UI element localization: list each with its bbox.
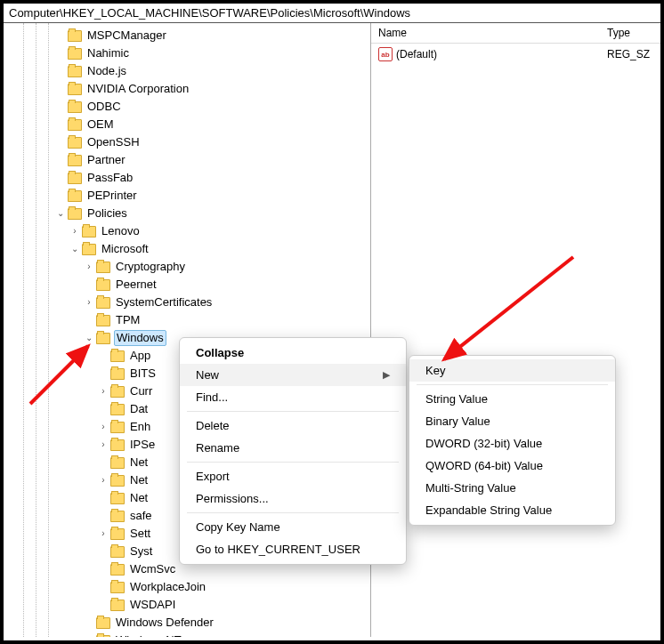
menu-export[interactable]: Export — [180, 465, 406, 487]
folder-icon — [68, 137, 82, 149]
folder-icon — [82, 226, 96, 237]
folder-icon — [110, 422, 125, 433]
tree-label: WorkplaceJoin — [128, 578, 207, 596]
tree-label: Dat — [128, 400, 150, 418]
folder-icon — [68, 84, 82, 95]
tree-node[interactable]: NVIDIA Corporation — [4, 80, 370, 98]
folder-icon — [68, 66, 82, 77]
menu-goto-hkcu[interactable]: Go to HKEY_CURRENT_USER — [180, 538, 406, 560]
value-type: REG_SZ — [607, 48, 660, 60]
submenu-string[interactable]: String Value — [409, 388, 615, 410]
folder-icon — [96, 297, 110, 309]
chevron-right-icon[interactable]: › — [98, 471, 109, 489]
folder-icon — [68, 208, 82, 220]
tree-node[interactable]: ›Lenovo — [4, 222, 370, 240]
submenu-qword[interactable]: QWORD (64-bit) Value — [409, 455, 615, 477]
tree-label: NVIDIA Corporation — [85, 80, 190, 98]
menu-collapse[interactable]: Collapse — [180, 342, 406, 364]
tree-node[interactable]: WSDAPI — [4, 596, 370, 614]
folder-icon — [110, 386, 125, 398]
col-type[interactable]: Type — [607, 27, 660, 39]
menu-copy-key-name[interactable]: Copy Key Name — [180, 516, 406, 538]
tree-node[interactable]: MSPCManager — [4, 27, 370, 44]
tree-node[interactable]: ⌄Policies — [4, 205, 370, 222]
chevron-right-icon[interactable]: › — [69, 222, 80, 240]
submenu-key[interactable]: Key — [409, 359, 615, 382]
tree-label: Curr — [128, 382, 154, 400]
menu-separator — [187, 411, 399, 412]
tree-label: Lenovo — [100, 222, 142, 240]
tree-node[interactable]: WorkplaceJoin — [4, 578, 370, 596]
address-bar[interactable]: Computer\HKEY_LOCAL_MACHINE\SOFTWARE\Pol… — [4, 4, 660, 23]
submenu-expstring[interactable]: Expandable String Value — [409, 499, 615, 521]
chevron-down-icon[interactable]: ⌄ — [55, 205, 66, 222]
menu-delete[interactable]: Delete — [180, 415, 406, 437]
tree-label: Syst — [128, 543, 154, 560]
tree-node[interactable]: ODBC — [4, 98, 370, 116]
value-header[interactable]: Name Type — [371, 23, 660, 44]
tree-node[interactable]: Node.js — [4, 62, 370, 80]
tree-node[interactable]: ›Cryptography — [4, 258, 370, 276]
tree-node[interactable]: Partner — [4, 151, 370, 169]
tree-label: safe — [128, 507, 154, 525]
folder-icon — [110, 475, 125, 487]
tree-label: Sett — [128, 525, 152, 543]
menu-separator — [187, 512, 399, 513]
chevron-right-icon[interactable]: › — [98, 382, 109, 400]
submenu-binary[interactable]: Binary Value — [409, 410, 615, 432]
value-name: (Default) — [396, 48, 607, 60]
chevron-right-icon[interactable]: › — [84, 294, 94, 311]
folder-icon — [68, 155, 82, 166]
folder-icon — [68, 48, 82, 60]
tree-label: Partner — [85, 151, 127, 169]
tree-label: OpenSSH — [85, 133, 142, 151]
tree-node[interactable]: ›SystemCertificates — [4, 294, 370, 311]
tree-node[interactable]: OEM — [4, 116, 370, 133]
tree-node[interactable]: OpenSSH — [4, 133, 370, 151]
chevron-down-icon[interactable]: ⌄ — [84, 329, 94, 347]
folder-icon — [96, 617, 110, 629]
tree-label: MSPCManager — [85, 27, 168, 44]
tree-label: Windows NT — [114, 632, 183, 637]
tree-label: WcmSvc — [128, 560, 177, 578]
tree-label: Enh — [128, 418, 152, 436]
chevron-down-icon[interactable]: ⌄ — [69, 240, 80, 258]
col-name[interactable]: Name — [378, 27, 607, 39]
menu-permissions[interactable]: Permissions... — [180, 487, 406, 510]
menu-new[interactable]: New▶ — [180, 364, 406, 386]
folder-icon — [110, 457, 125, 469]
tree-label: Net — [128, 489, 150, 507]
chevron-right-icon[interactable]: › — [84, 258, 94, 276]
tree-node[interactable]: Windows NT — [4, 632, 370, 637]
chevron-right-icon[interactable]: › — [98, 418, 109, 436]
tree-node[interactable]: PEPrinter — [4, 187, 370, 205]
tree-node[interactable]: Nahimic — [4, 44, 370, 62]
value-pane[interactable]: Name Type ab (Default) REG_SZ — [371, 23, 660, 637]
folder-icon — [68, 101, 82, 113]
folder-icon — [110, 368, 125, 380]
tree-label: Node.js — [85, 62, 128, 80]
tree-node[interactable]: Peernet — [4, 276, 370, 294]
folder-icon — [96, 262, 110, 273]
folder-icon — [110, 439, 125, 451]
tree-node[interactable]: Windows Defender — [4, 614, 370, 632]
chevron-right-icon[interactable]: › — [98, 436, 109, 454]
folder-icon — [68, 30, 82, 42]
tree-node[interactable]: ⌄Microsoft — [4, 240, 370, 258]
menu-find[interactable]: Find... — [180, 386, 406, 408]
folder-icon — [110, 564, 125, 576]
menu-separator — [187, 462, 399, 463]
tree-node[interactable]: PassFab — [4, 169, 370, 187]
submenu-multistring[interactable]: Multi-String Value — [409, 477, 615, 499]
folder-icon — [68, 119, 82, 131]
tree-node[interactable]: TPM — [4, 311, 370, 329]
menu-rename[interactable]: Rename — [180, 437, 406, 459]
string-value-icon: ab — [378, 47, 393, 61]
chevron-right-icon[interactable]: › — [98, 525, 109, 543]
address-text: Computer\HKEY_LOCAL_MACHINE\SOFTWARE\Pol… — [9, 6, 410, 20]
tree-label: PassFab — [85, 169, 134, 187]
value-row[interactable]: ab (Default) REG_SZ — [371, 44, 660, 65]
folder-icon — [96, 333, 110, 344]
tree-label: Policies — [85, 205, 129, 222]
submenu-dword[interactable]: DWORD (32-bit) Value — [409, 432, 615, 455]
